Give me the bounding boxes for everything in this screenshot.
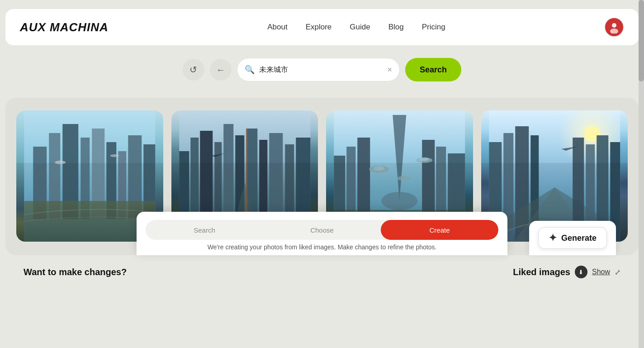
nav-link-guide[interactable]: Guide [350, 23, 370, 32]
generate-panel: ✦ Generate [529, 221, 616, 255]
scrollbar-track[interactable] [639, 0, 644, 348]
svg-rect-5 [62, 124, 78, 219]
svg-rect-6 [80, 138, 90, 219]
search-input-wrap: 🔍 × [237, 58, 400, 81]
svg-rect-12 [24, 201, 155, 242]
liked-count-icon: ⬇ [578, 269, 583, 276]
clear-button[interactable]: × [387, 65, 392, 75]
nav-link-pricing[interactable]: Pricing [422, 23, 445, 32]
nav-link-about[interactable]: About [267, 23, 287, 32]
svg-point-14 [110, 154, 119, 157]
svg-rect-8 [106, 142, 116, 219]
generate-star-icon: ✦ [549, 232, 557, 244]
search-row: ↺ ← 🔍 × Search [5, 58, 639, 81]
user-avatar[interactable] [604, 17, 624, 37]
svg-point-1 [610, 29, 618, 33]
liked-images-label: Liked images [513, 267, 570, 277]
tab-create[interactable]: Create [381, 220, 498, 240]
svg-point-0 [612, 23, 616, 28]
reset-button[interactable]: ↺ [183, 59, 204, 81]
progress-tabs: Search Choose Create [146, 220, 498, 240]
svg-rect-47 [515, 126, 529, 242]
liked-count-badge: ⬇ [575, 266, 587, 278]
show-link[interactable]: Show [592, 268, 610, 276]
svg-point-13 [55, 161, 66, 164]
svg-rect-3 [33, 147, 47, 219]
liked-images-section: Liked images ⬇ Show ⤢ [513, 266, 620, 278]
search-icon: 🔍 [245, 65, 255, 75]
nav-link-explore[interactable]: Explore [306, 23, 332, 32]
generate-label: Generate [561, 234, 597, 243]
gallery-section: Search Choose Create We're creating your… [5, 98, 639, 255]
svg-rect-7 [92, 129, 104, 219]
popup-overlay: Search Choose Create We're creating your… [137, 212, 507, 255]
nav-link-blog[interactable]: Blog [388, 23, 404, 32]
generate-button[interactable]: ✦ Generate [538, 227, 607, 249]
search-input[interactable] [259, 66, 383, 74]
svg-rect-10 [128, 135, 142, 219]
tab-search[interactable]: Search [146, 220, 263, 240]
expand-icon[interactable]: ⤢ [615, 268, 620, 276]
svg-point-37 [374, 166, 384, 171]
svg-rect-9 [118, 151, 126, 219]
search-button[interactable]: Search [405, 58, 461, 81]
svg-point-40 [397, 176, 411, 181]
brand-logo: AUX MACHINA [20, 20, 109, 34]
reset-icon: ↺ [189, 64, 197, 75]
svg-rect-2 [24, 110, 155, 242]
back-button[interactable]: ← [210, 59, 232, 81]
nav-bar: AUX MACHINA About Explore Guide Blog Pri… [5, 9, 639, 45]
svg-point-36 [369, 166, 389, 173]
want-changes-text: Want to make changes? [24, 267, 127, 277]
nav-links: About Explore Guide Blog Pricing [267, 23, 445, 32]
clear-icon: × [387, 65, 392, 75]
svg-point-29 [381, 192, 417, 210]
back-icon: ← [216, 65, 225, 75]
svg-rect-11 [143, 144, 155, 219]
svg-rect-4 [49, 133, 60, 219]
bottom-actions-row: Want to make changes? Liked images ⬇ Sho… [5, 260, 639, 284]
progress-info-text: We're creating your photos from liked im… [146, 243, 498, 251]
scrollbar-thumb[interactable] [639, 0, 644, 81]
tab-choose[interactable]: Choose [263, 220, 381, 240]
svg-point-39 [420, 157, 429, 161]
